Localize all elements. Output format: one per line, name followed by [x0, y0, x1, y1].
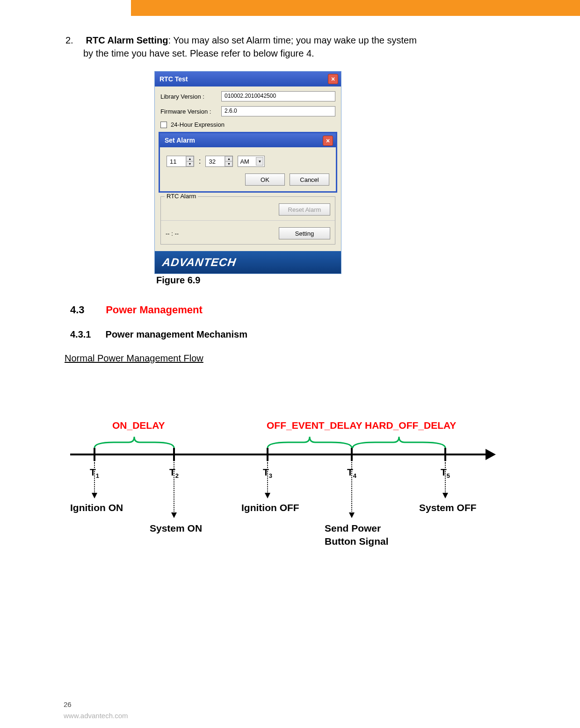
alarm-title-text: Set Alarm [165, 137, 195, 144]
fw-input[interactable]: 2.6.0 [221, 106, 335, 116]
event-send-power-1: Send Power [325, 523, 381, 534]
event-ignition-off: Ignition OFF [241, 502, 299, 513]
subsection-title: Power management Mechanism [106, 329, 247, 339]
brace-hard-off [352, 436, 446, 451]
subsection-heading: 4.3.1 Power management Mechanism [70, 329, 482, 340]
alarm-titlebar: Set Alarm × [160, 133, 336, 147]
section-title: Power Management [106, 304, 203, 316]
alarm-btn-row: OK Cancel [167, 173, 329, 186]
step-line: 2. RTC Alarm Setting: You may also set A… [65, 34, 477, 47]
dash-t2 [174, 462, 174, 513]
rtc-titlebar: RTC Test × [155, 72, 341, 86]
ok-button[interactable]: OK [245, 173, 285, 186]
hour-val[interactable]: 11 [167, 158, 186, 165]
min-val[interactable]: 32 [206, 158, 225, 165]
arrow-t4-icon [349, 512, 355, 518]
alarm-inputs: 11 ▲ ▼ : 32 ▲ ▼ [167, 156, 329, 167]
page-number: 26 [64, 700, 72, 708]
brace-on-delay [94, 436, 175, 451]
min-up-icon[interactable]: ▲ [225, 156, 232, 161]
arrow-t5-icon [442, 493, 448, 498]
step-text: RTC Alarm Setting: You may also set Alar… [86, 35, 417, 45]
rtc-window-wrap: RTC Test × Library Version : 010002.2010… [154, 71, 341, 286]
arrow-t3-icon [265, 493, 270, 498]
hour-spinner[interactable]: 11 ▲ ▼ [167, 156, 194, 167]
arrow-t1-icon [92, 493, 97, 498]
label-off-event-delay: OFF_EVENT_DELAY [267, 420, 362, 431]
min-down-icon[interactable]: ▼ [225, 161, 232, 166]
step-number: 2. [65, 34, 83, 47]
ampm-val: AM [240, 158, 249, 165]
fw-label: Firmware Version : [160, 108, 221, 115]
alarm-dashes: -- : -- [166, 230, 179, 237]
section-heading: 4.3 Power Management [70, 304, 482, 316]
event-ignition-on: Ignition ON [70, 502, 123, 513]
lib-row: Library Version : 010002.2010042500 [160, 91, 335, 101]
time-colon: : [199, 157, 201, 166]
rtc-title-text: RTC Test [160, 75, 188, 83]
step-cont: by the time you have set. Please refer t… [83, 47, 477, 60]
chk-row: 24-Hour Expression [160, 121, 335, 128]
rtc-alarm-row1: Reset Alarm [161, 197, 335, 221]
arrowhead-icon [486, 449, 496, 460]
label-on-delay: ON_DELAY [112, 420, 165, 431]
close-icon[interactable]: × [328, 74, 338, 84]
rtc-window: RTC Test × Library Version : 010002.2010… [154, 71, 341, 274]
flow-heading: Normal Power Management Flow [65, 353, 482, 364]
event-system-on: System ON [150, 523, 202, 534]
footer-url: www.advantech.com [64, 712, 128, 720]
advantech-footer: ADVANTECH [155, 251, 341, 274]
rtc-body: Library Version : 010002.2010042500 Firm… [155, 86, 341, 251]
ampm-select[interactable]: AM ▼ [238, 156, 265, 167]
dash-t1 [94, 462, 95, 494]
hour-down-icon[interactable]: ▼ [186, 161, 194, 166]
alarm-close-icon[interactable]: × [323, 136, 333, 146]
chk-24h[interactable] [160, 122, 167, 128]
rtc-alarm-group: RTC Alarm Reset Alarm -- : -- Setting [160, 196, 335, 245]
chk-label: 24-Hour Expression [171, 121, 225, 128]
lib-input[interactable]: 010002.2010042500 [221, 91, 335, 101]
content-area: 2. RTC Alarm Setting: You may also set A… [65, 34, 477, 60]
timeline-axis [70, 454, 486, 455]
lib-label: Library Version : [160, 93, 221, 100]
figure-caption: Figure 6.9 [156, 275, 341, 286]
step-bold: RTC Alarm Setting [86, 35, 168, 45]
dash-t5 [445, 462, 446, 494]
section-block: 4.3 Power Management 4.3.1 Power managem… [70, 304, 482, 382]
header-white-block [0, 0, 131, 16]
cancel-button[interactable]: Cancel [290, 173, 329, 186]
alarm-body: 11 ▲ ▼ : 32 ▲ ▼ [160, 147, 336, 191]
reset-alarm-button[interactable]: Reset Alarm [279, 203, 330, 216]
dash-t4 [351, 462, 352, 513]
hour-spin-btns: ▲ ▼ [186, 156, 194, 166]
event-system-off: System OFF [419, 502, 477, 513]
setting-button[interactable]: Setting [279, 227, 330, 239]
subsection-num: 4.3.1 [70, 329, 103, 340]
min-spinner[interactable]: 32 ▲ ▼ [205, 156, 233, 167]
set-alarm-dialog: Set Alarm × 11 ▲ ▼ : [159, 132, 337, 193]
chevron-down-icon[interactable]: ▼ [256, 157, 263, 166]
brace-off-event [267, 436, 353, 451]
rtc-alarm-row2: -- : -- Setting [161, 221, 335, 244]
event-send-power-2: Button Signal [325, 536, 388, 547]
hour-up-icon[interactable]: ▲ [186, 156, 194, 161]
min-spin-btns: ▲ ▼ [225, 156, 232, 166]
label-hard-off-delay: HARD_OFF_DELAY [365, 420, 456, 431]
advantech-logo: ADVANTECH [162, 256, 236, 269]
section-num: 4.3 [70, 304, 103, 316]
fw-row: Firmware Version : 2.6.0 [160, 106, 335, 116]
rtc-alarm-group-label: RTC Alarm [165, 193, 198, 200]
timeline-diagram: ON_DELAY OFF_EVENT_DELAY HARD_OFF_DELAY … [70, 407, 500, 566]
dash-t3 [267, 462, 268, 494]
step-tail1: : You may also set Alarm time; you may w… [168, 35, 417, 45]
arrow-t2-icon [171, 512, 177, 518]
